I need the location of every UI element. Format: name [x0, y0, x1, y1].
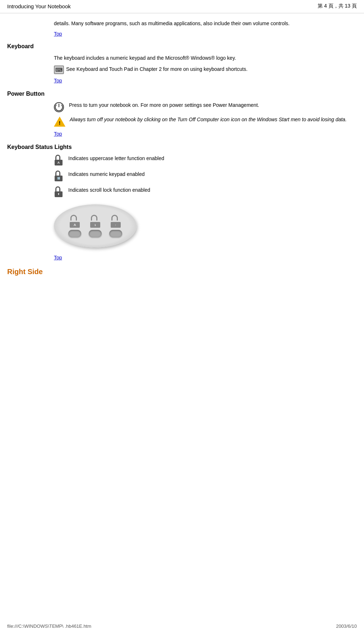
page-info: 第 4 頁，共 13 頁 — [318, 3, 357, 9]
num-lock-body: 🔢 — [55, 176, 63, 181]
key-btn-caps — [68, 230, 81, 237]
key-indicator-caps: A — [68, 215, 81, 237]
key-caps-body: A — [70, 222, 80, 228]
keyboard-note-text: See Keyboard and Touch Pad in Chapter 2 … — [66, 65, 248, 73]
scroll-lock-icon: ⬆ — [54, 186, 63, 197]
intro-text: details. Many software programs, such as… — [54, 20, 357, 27]
scroll-lock-label: Indicates scroll lock function enabled — [68, 186, 150, 194]
right-side-heading: Right Side — [7, 268, 357, 276]
top-link-power[interactable]: Top — [54, 131, 357, 137]
key-symbol-num: 1 — [89, 215, 101, 228]
keyboard-note-row: See Keyboard and Touch Pad in Chapter 2 … — [54, 65, 357, 74]
key-scroll-body: ↑ — [111, 222, 121, 228]
key-indicator-scroll: ↑ — [109, 215, 122, 237]
footer-date: 2003/6/10 — [336, 623, 357, 629]
key-num-body: 1 — [90, 222, 100, 228]
keyboard-status-section: Keyboard Status Lights A Indicates upper… — [7, 144, 357, 260]
top-link-keyboard[interactable]: Top — [54, 78, 357, 83]
warning-exclaim: ! — [59, 120, 61, 126]
caps-lock-body: A — [55, 160, 63, 165]
warning-note-row: ! Always turn off your notebook by click… — [54, 116, 357, 127]
keyboard-status-image: A 1 ↑ — [54, 204, 357, 248]
caps-lock-shackle — [55, 155, 60, 160]
top-link-keyboard-status[interactable]: Top — [54, 255, 357, 260]
num-lock-icon: 🔢 — [54, 171, 63, 181]
keyboard-heading: Keyboard — [7, 43, 357, 50]
keyboard-icon — [54, 65, 64, 74]
power-button-section: Power Button Press to turn your notebook… — [7, 91, 357, 137]
caps-lock-label: Indicates uppercase letter function enab… — [68, 155, 164, 162]
num-lock-shackle — [55, 171, 60, 176]
right-side-section: Right Side — [7, 268, 357, 276]
page-content: details. Many software programs, such as… — [0, 16, 364, 298]
top-anchor-keyboard[interactable]: Top — [54, 78, 62, 83]
power-note-text: Press to turn your notebook on. For more… — [69, 101, 259, 109]
key-caps-shackle — [70, 215, 77, 221]
top-anchor-keyboard-status[interactable]: Top — [54, 255, 62, 260]
power-icon — [54, 102, 64, 112]
key-symbol-caps: A — [69, 215, 81, 228]
key-btn-num — [89, 230, 102, 237]
scroll-lock-body: ⬆ — [55, 191, 63, 197]
top-anchor-intro[interactable]: Top — [54, 31, 62, 37]
key-num-shackle — [91, 215, 97, 221]
top-anchor-power[interactable]: Top — [54, 131, 62, 137]
keyboard-status-oval: A 1 ↑ — [54, 204, 137, 248]
power-note-row: Press to turn your notebook on. For more… — [54, 101, 357, 112]
keyboard-body: The keyboard includes a numeric keypad a… — [54, 54, 357, 74]
key-symbol-scroll: ↑ — [110, 215, 122, 228]
page-header: Introducing Your Notebook 第 4 頁，共 13 頁 — [0, 0, 364, 12]
status-light-num: 🔢 Indicates numeric keypad enabled — [54, 171, 357, 181]
warning-note-text: Always turn off your notebook by clickin… — [70, 116, 347, 123]
top-link-intro[interactable]: Top — [54, 31, 357, 37]
caps-lock-icon: A — [54, 155, 63, 165]
keyboard-section: Keyboard The keyboard includes a numeric… — [7, 43, 357, 83]
keyboard-status-heading: Keyboard Status Lights — [7, 144, 357, 150]
power-button-heading: Power Button — [7, 91, 357, 97]
num-lock-label: Indicates numeric keypad enabled — [68, 171, 144, 178]
key-btn-scroll — [109, 230, 122, 237]
keyboard-body-text: The keyboard includes a numeric keypad a… — [54, 54, 357, 62]
key-indicator-num: 1 — [89, 215, 102, 237]
status-light-scroll: ⬆ Indicates scroll lock function enabled — [54, 186, 357, 197]
key-scroll-shackle — [111, 215, 118, 221]
status-light-caps: A Indicates uppercase letter function en… — [54, 155, 357, 165]
page-title: Introducing Your Notebook — [7, 3, 71, 9]
scroll-lock-shackle — [55, 186, 60, 191]
warning-icon: ! — [54, 117, 65, 127]
page-footer: file:///C:\WINDOWS\TEMP\ .hb461E.htm 200… — [0, 621, 364, 631]
footer-file-path: file:///C:\WINDOWS\TEMP\ .hb461E.htm — [7, 623, 91, 629]
